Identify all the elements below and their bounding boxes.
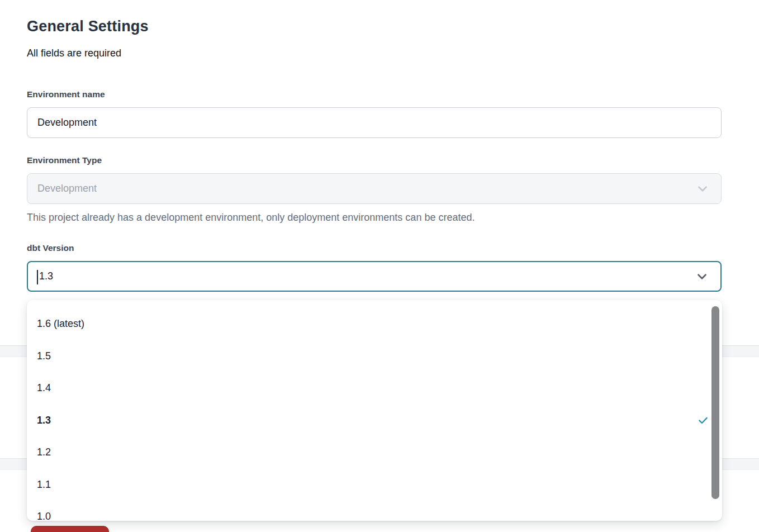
environment-name-label: Environment name	[27, 89, 105, 99]
environment-name-input[interactable]	[27, 107, 722, 138]
environment-type-label: Environment Type	[27, 155, 102, 165]
environment-type-value: Development	[37, 183, 97, 194]
chevron-down-icon[interactable]	[695, 269, 709, 284]
environment-settings-page: General Settings All fields are required…	[0, 0, 759, 532]
text-caret	[37, 270, 38, 284]
dropdown-option[interactable]: 1.4	[27, 372, 722, 405]
dropdown-option-selected[interactable]: 1.3	[27, 405, 722, 437]
chevron-down-icon	[695, 182, 710, 196]
dbt-version-value: 1.3	[38, 270, 53, 282]
option-label: 1.3	[37, 415, 51, 426]
dbt-version-combobox[interactable]: 1.3	[27, 261, 722, 292]
environment-type-select: Development	[27, 173, 722, 204]
dbt-version-label: dbt Version	[27, 243, 74, 253]
environment-type-helper-text: This project already has a development e…	[27, 212, 475, 224]
dropdown-option[interactable]: 1.0	[27, 501, 722, 521]
dropdown-option[interactable]: 1.2	[27, 436, 722, 469]
dbt-version-dropdown: 1.6 (latest) 1.5 1.4 1.3 1.2 1.1 1.0	[27, 300, 722, 521]
page-title: General Settings	[27, 18, 149, 35]
dbt-version-option-list: 1.6 (latest) 1.5 1.4 1.3 1.2 1.1 1.0	[27, 308, 722, 521]
dropdown-option[interactable]: 1.1	[27, 469, 722, 501]
check-icon	[698, 415, 709, 426]
dropdown-option[interactable]: 1.6 (latest)	[27, 308, 722, 340]
dropdown-scrollbar-thumb[interactable]	[711, 306, 719, 499]
page-subtitle: All fields are required	[27, 48, 121, 59]
danger-button[interactable]	[31, 526, 109, 532]
dropdown-option[interactable]: 1.5	[27, 340, 722, 373]
